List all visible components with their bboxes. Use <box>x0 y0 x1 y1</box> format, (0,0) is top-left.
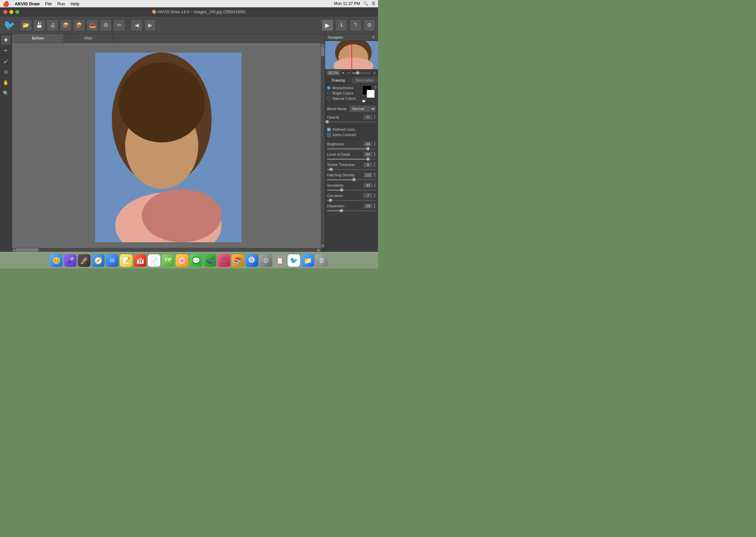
zoom-dropdown-arrow[interactable]: ▼ <box>341 71 345 75</box>
minimize-button[interactable] <box>9 10 13 14</box>
dock-appstore[interactable]: 🅐 <box>246 254 258 267</box>
level-spinner[interactable]: ▲ ▼ <box>373 152 376 157</box>
dock-siri[interactable]: 🎤 <box>64 254 77 267</box>
help-menu[interactable]: Help <box>71 1 80 6</box>
dock-photos[interactable]: 🌸 <box>176 254 188 267</box>
navigator-collapse-icon[interactable]: ▼ <box>372 35 375 39</box>
radio-bright-colors[interactable] <box>327 91 330 95</box>
tool-brush[interactable]: 🖌 <box>1 57 11 66</box>
sensitivity-slider[interactable] <box>327 190 376 191</box>
dock-mail[interactable]: ✉ <box>106 254 118 267</box>
brightness-down[interactable]: ▼ <box>373 144 376 147</box>
dock-trash[interactable]: 🗑 <box>315 254 328 267</box>
zoom-out-button[interactable]: − <box>346 70 351 76</box>
canvas-viewport[interactable]: ▲ ▼ ◀ ▶ <box>12 43 325 252</box>
tool-pointer[interactable]: ✥ <box>1 35 11 45</box>
zoom-value[interactable]: 30.2% <box>326 70 340 76</box>
scroll-right-arrow[interactable]: ▶ <box>317 248 321 252</box>
reset-colors-icon[interactable]: ↺ <box>373 85 377 90</box>
dock-finder2[interactable]: 📁 <box>301 254 314 267</box>
apple-menu[interactable]: 🍎 <box>3 1 9 7</box>
batch2-button[interactable]: 📦 <box>73 19 85 31</box>
batch-button[interactable]: 📦 <box>60 19 72 31</box>
stroke-spinner[interactable]: ▲ ▼ <box>373 162 376 167</box>
dispersion-slider[interactable] <box>327 210 376 211</box>
stroke-thickness-value[interactable]: 8 <box>363 162 373 167</box>
maximize-button[interactable] <box>15 10 19 14</box>
info-button[interactable]: ℹ <box>335 19 347 31</box>
export-button[interactable]: 📤 <box>87 19 98 31</box>
run-menu[interactable]: Run <box>57 1 65 6</box>
dock-messages[interactable]: 💬 <box>190 254 202 267</box>
dock-facetime[interactable]: 📹 <box>204 254 216 267</box>
extra-contrast-checkbox[interactable] <box>327 133 331 137</box>
print-button[interactable]: 🖨 <box>47 19 59 31</box>
scroll-up-arrow[interactable]: ▲ <box>321 43 325 47</box>
file-menu[interactable]: File <box>45 1 52 6</box>
run-button[interactable]: ▶ <box>321 19 333 31</box>
blend-mode-select[interactable]: Normal <box>349 105 376 112</box>
hatching-density-value[interactable]: 122 <box>363 172 373 178</box>
forward-button[interactable]: ▶ <box>144 19 156 31</box>
tool-zoom[interactable]: 🔍 <box>1 89 11 98</box>
dock-finder[interactable]: 😊 <box>50 254 63 267</box>
opacity-spinner[interactable]: ▲ ▼ <box>373 114 376 120</box>
vertical-scrollbar[interactable] <box>321 43 325 248</box>
dock-calendar[interactable]: 📅 <box>134 254 146 267</box>
dock-akvis[interactable]: 🐦 <box>287 254 300 267</box>
opacity-slider[interactable] <box>327 121 376 122</box>
horizontal-scrollbar-thumb[interactable] <box>12 248 39 252</box>
save-button[interactable]: 💾 <box>33 19 45 31</box>
stroke-down[interactable]: ▼ <box>373 165 376 167</box>
zoom-slider[interactable] <box>352 73 371 74</box>
level-down[interactable]: ▼ <box>373 154 376 157</box>
dock-safari[interactable]: 🧭 <box>92 254 104 267</box>
zoom-in-button[interactable]: + <box>372 70 377 76</box>
search-icon[interactable]: 🔍 <box>363 1 368 6</box>
dispersion-down[interactable]: ▼ <box>373 206 376 209</box>
dock-notes[interactable]: 📝 <box>120 254 132 267</box>
dispersion-spinner[interactable]: ▲ ▼ <box>373 203 376 209</box>
opacity-value[interactable]: 0 <box>363 114 373 120</box>
tab-before[interactable]: Before <box>12 34 64 43</box>
hatching-down[interactable]: ▼ <box>373 175 376 178</box>
tab-decoration[interactable]: Decoration <box>352 77 378 84</box>
stroke-slider[interactable] <box>327 169 376 170</box>
tool-pen[interactable]: ✒ <box>1 46 11 55</box>
sensitivity-spinner[interactable]: ▲ ▼ <box>373 183 376 188</box>
dock-books[interactable]: 📚 <box>232 254 244 267</box>
background-color-swatch[interactable] <box>367 90 375 98</box>
dock-launchpad[interactable]: 🚀 <box>78 254 91 267</box>
brightness-spinner[interactable]: ▲ ▼ <box>373 141 376 147</box>
open-button[interactable]: 📂 <box>20 19 32 31</box>
tab-after[interactable]: After <box>64 34 112 43</box>
level-of-detail-value[interactable]: 84 <box>363 152 373 157</box>
refined-lines-checkbox[interactable]: ✓ <box>327 128 331 131</box>
help-button[interactable]: ? <box>349 19 361 31</box>
hatching-spinner[interactable]: ▲ ▼ <box>373 172 376 178</box>
opacity-down[interactable]: ▼ <box>373 117 376 120</box>
preferences-button[interactable]: ⚙ <box>363 19 375 31</box>
dock-maps[interactable]: 🗺 <box>162 254 174 267</box>
scroll-left-arrow[interactable]: ◀ <box>12 248 16 252</box>
dispersion-value[interactable]: 29 <box>363 203 373 209</box>
list-icon[interactable]: ☰ <box>372 1 375 6</box>
dock-systemprefs[interactable]: ⚙ <box>260 254 272 267</box>
swap-colors-button[interactable]: ⇄ <box>362 100 365 102</box>
curvature-slider[interactable] <box>327 200 376 201</box>
settings-button[interactable]: ⚙ <box>100 19 112 31</box>
scroll-down-arrow[interactable]: ▼ <box>321 244 325 248</box>
dock-filemanager[interactable]: 📋 <box>274 254 286 267</box>
back-button[interactable]: ◀ <box>131 19 143 31</box>
erase-button[interactable]: ✏ <box>113 19 125 31</box>
radio-natural-colors[interactable] <box>327 97 330 100</box>
sensitivity-down[interactable]: ▼ <box>373 185 376 188</box>
radio-monochrome[interactable] <box>327 86 330 90</box>
dock-music[interactable]: 🎵 <box>218 254 230 267</box>
horizontal-scrollbar[interactable] <box>12 248 321 252</box>
curvature-value[interactable]: 7 <box>363 193 373 198</box>
tool-crop[interactable]: ⊞ <box>1 67 11 77</box>
hatching-slider[interactable] <box>327 179 376 180</box>
dock-textedit[interactable]: 📄 <box>148 254 160 267</box>
curvature-spinner[interactable]: ▲ ▼ <box>373 193 376 198</box>
